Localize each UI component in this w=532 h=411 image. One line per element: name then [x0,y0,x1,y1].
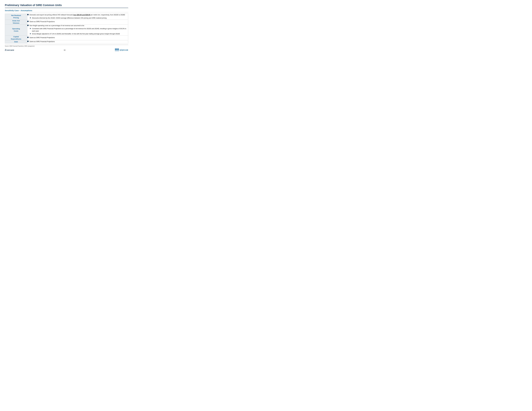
sub-bullet-item: Consistent with SIRE Financial Projectio… [30,28,128,32]
sub-bullet-item: Discounts informed by the 2018A−2020A av… [30,17,128,19]
row-content: Same as SIRE Financial Projections [27,36,128,40]
svg-rect-3 [115,50,116,51]
sub-bullet-text: Gross Margin adjusted to 37.1% in 2025E … [32,33,128,35]
arrow-bullet-icon [30,28,31,29]
svg-rect-2 [118,49,119,50]
bullet-item: Same as SIRE Financial Projections [27,20,128,23]
sisecam-logo: ŞİŞECAM [115,49,128,51]
table-row: Soda AshVolumesSame as SIRE Financial Pr… [5,20,128,24]
sub-bullet-item: Gross Margin adjusted to 37.1% in 2025E … [30,33,128,35]
footer-source: Source: SIRE Financial Projections, SIRE… [5,45,128,47]
table-row: Net RealizedPricingDomestic and export n… [5,14,128,20]
square-bullet-icon [27,21,28,22]
arrow-bullet-icon [30,17,31,19]
row-content: Domestic and export net pricing reflects… [27,14,128,20]
bullet-item: Same as SIRE Financial Projections [27,40,128,43]
bullet-text: Domestic and export net pricing reflects… [29,14,128,16]
evercore-logo: Evercore [5,49,14,51]
table-row: CapitalExpendituresSame as SIRE Financia… [5,36,128,40]
row-label: OperatingCosts [5,24,27,36]
sub-bullet-text: Consistent with SIRE Financial Projectio… [32,28,128,32]
square-bullet-icon [27,14,28,15]
bullet-item: Non-freight operating costs as a percent… [27,24,128,27]
sisecam-text: ŞİŞECAM [120,49,128,51]
row-label: Net RealizedPricing [5,14,27,20]
svg-rect-5 [118,50,119,51]
row-label: Soda AshVolumes [5,20,27,24]
svg-rect-4 [116,50,117,51]
bullet-text: Same as SIRE Financial Projections [29,20,128,23]
row-content: Non-freight operating costs as a percent… [27,24,128,36]
arrow-bullet-icon [30,33,31,34]
section-subtitle: Sensitivity Case – Assumptions [5,9,128,12]
row-label: Debt [5,40,27,44]
bullet-text: Non-freight operating costs as a percent… [29,24,128,27]
assumptions-table: Net RealizedPricingDomestic and export n… [5,14,128,44]
bullet-text: Same as SIRE Financial Projections [29,36,128,39]
row-content: Same as SIRE Financial Projections [27,20,128,24]
page-number: 30 [64,49,66,51]
svg-rect-0 [115,49,116,50]
sub-bullet-text: Discounts informed by the 2018A−2020A av… [32,17,128,19]
row-content: Same as SIRE Financial Projections [27,40,128,44]
footer-bar: Evercore 30 ŞİŞECAM [5,48,128,51]
svg-rect-1 [116,49,117,50]
square-bullet-icon [27,41,28,42]
table-row: OperatingCostsNon-freight operating cost… [5,24,128,36]
bullet-item: Same as SIRE Financial Projections [27,36,128,39]
evercore-logo-text: Evercore [5,49,14,51]
row-label: CapitalExpenditures [5,36,27,40]
square-bullet-icon [27,25,28,26]
sisecam-icon [115,49,119,51]
bullet-text: Same as SIRE Financial Projections [29,40,128,43]
table-row: DebtSame as SIRE Financial Projections [5,40,128,44]
bullet-item: Domestic and export net pricing reflects… [27,14,128,16]
page-title: Preliminary Valuation of SIRE Common Uni… [5,4,128,8]
square-bullet-icon [27,37,28,38]
